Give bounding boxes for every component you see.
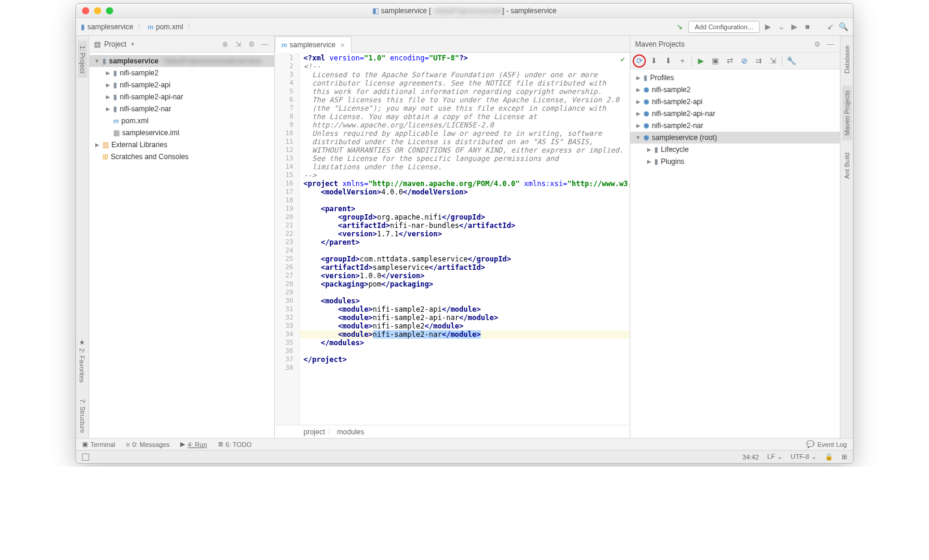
run-maven-icon[interactable]: ▶ <box>694 54 708 68</box>
reimport-icon[interactable]: ⟳ <box>633 54 646 68</box>
gutter-tab-project[interactable]: 1: Project <box>78 41 87 78</box>
gutter-tab-database[interactable]: Database <box>842 41 852 78</box>
settings-icon[interactable]: ⚙ <box>247 40 256 48</box>
terminal-button[interactable]: ▣ Terminal <box>82 440 116 448</box>
maven-node[interactable]: ▶▮Lifecycle <box>630 144 840 156</box>
inspection-ok-icon[interactable]: ✔ <box>621 55 625 63</box>
minimize-icon[interactable] <box>94 7 101 14</box>
project-node[interactable]: ▶▮nifi-sample2-api-nar <box>89 91 274 103</box>
maven-node[interactable]: ▶▮Profiles <box>630 72 840 84</box>
maven-node[interactable]: ▶▮Plugins <box>630 156 840 168</box>
messages-button[interactable]: ≡ 0: Messages <box>126 441 170 448</box>
project-node[interactable]: ▶▮nifi-sample2-nar <box>89 103 274 115</box>
maven-node[interactable]: ▶⬢nifi-sample2-api-nar <box>630 108 840 120</box>
project-node[interactable]: ▶▥External Libraries <box>89 139 274 151</box>
skip-tests-icon[interactable]: ⊘ <box>737 54 751 68</box>
line-separator[interactable]: LF ⌄ <box>767 453 782 461</box>
stop-icon[interactable]: ■ <box>803 22 812 32</box>
close-icon[interactable] <box>82 7 89 14</box>
run-config-icon[interactable]: ▣ <box>709 54 722 68</box>
status-icon[interactable] <box>82 454 89 461</box>
add-configuration-button[interactable]: Add Configuration... <box>688 21 760 33</box>
titlebar: ◧ sampleservice [~/IdeaProjects/sample] … <box>76 4 853 18</box>
readonly-icon[interactable]: 🔒 <box>825 453 833 461</box>
add-icon[interactable]: + <box>676 54 689 68</box>
code-editor[interactable]: 1234567891011121314151617181920212223242… <box>275 53 630 425</box>
run-icon[interactable]: ▶ <box>763 22 773 32</box>
todo-button[interactable]: ≣ 6: TODO <box>218 440 252 448</box>
close-tab-icon[interactable]: ✕ <box>340 42 345 48</box>
left-gutter: 1: Project ★ 2: Favorites 7: Structure <box>76 36 89 438</box>
collapse-all-icon[interactable]: ⇲ <box>766 54 779 68</box>
maven-node[interactable]: ▶⬢nifi-sample2-api <box>630 96 840 108</box>
gutter-tab-structure[interactable]: 7: Structure <box>78 394 87 438</box>
project-node[interactable]: ▼▮sampleservice ~/IdeaProjects/sampleser… <box>89 55 274 67</box>
show-deps-icon[interactable]: ⇉ <box>752 54 765 68</box>
event-log-button[interactable]: 💬 Event Log <box>806 440 847 448</box>
maven-pane: Maven Projects ⚙ — ⟳ ⬇ ⬇ + ▶ ▣ ⇄ ⊘ ⇉ ⇲ 🔧 <box>630 36 840 438</box>
encoding[interactable]: UTF-8 ⌄ <box>791 453 816 461</box>
project-node[interactable]: ⊞Scratches and Consoles <box>89 151 274 163</box>
navigation-bar: ▮sampleservice 〉 m pom.xml 〉 ↘ Add Confi… <box>76 18 853 36</box>
editor-breadcrumb[interactable]: project〉modules <box>275 425 630 438</box>
maven-node[interactable]: ▶⬢nifi-sample2-nar <box>630 120 840 132</box>
run-button[interactable]: ▶ 4: Run <box>180 440 207 448</box>
editor-area: msampleservice✕ 123456789101112131415161… <box>275 36 630 438</box>
project-node[interactable]: ▶▮nifi-sample2 <box>89 67 274 79</box>
update-icon[interactable]: ↙ <box>825 22 835 32</box>
project-pane: ▤Project▼ ⊕ ⇲ ⚙ — ▼▮sampleservice ~/Idea… <box>89 36 275 438</box>
build-icon[interactable]: ↘ <box>675 22 685 32</box>
coverage-icon[interactable]: ▶ <box>790 22 799 32</box>
maven-node[interactable]: ▶⬢nifi-sample2 <box>630 84 840 96</box>
memory-icon[interactable]: ⊞ <box>842 453 847 461</box>
maven-node[interactable]: ▼⬢sampleservice (root) <box>630 132 840 144</box>
toggle-offline-icon[interactable]: ⇄ <box>723 54 736 68</box>
project-node[interactable]: mpom.xml <box>89 115 274 127</box>
editor-tab[interactable]: msampleservice✕ <box>275 36 351 53</box>
download-icon[interactable]: ⬇ <box>661 54 675 68</box>
search-icon[interactable]: 🔍 <box>839 22 848 32</box>
maven-hide-icon[interactable]: — <box>825 40 835 48</box>
collapse-icon[interactable]: ⇲ <box>233 40 243 48</box>
gutter-tab-maven[interactable]: Maven Projects <box>842 86 852 141</box>
window-title: ◧ sampleservice [~/IdeaProjects/sample] … <box>76 7 853 15</box>
status-bar: 34:42 LF ⌄ UTF-8 ⌄ 🔒 ⊞ <box>76 450 853 463</box>
maven-header: Maven Projects <box>635 40 685 48</box>
project-header[interactable]: Project <box>104 40 126 48</box>
target-icon[interactable]: ⊕ <box>220 40 230 48</box>
tool-window-bar: ▣ Terminal ≡ 0: Messages ▶ 4: Run ≣ 6: T… <box>76 438 853 450</box>
hide-icon[interactable]: — <box>260 40 269 48</box>
right-gutter: Database Maven Projects Ant Build <box>840 36 853 438</box>
project-node[interactable]: ▶▮nifi-sample2-api <box>89 79 274 91</box>
maven-wrench-icon[interactable]: 🔧 <box>785 54 798 68</box>
generate-sources-icon[interactable]: ⬇ <box>647 54 660 68</box>
debug-icon[interactable]: ⌄ <box>776 22 786 32</box>
breadcrumbs[interactable]: ▮sampleservice 〉 m pom.xml 〉 <box>81 22 195 32</box>
gutter-tab-ant[interactable]: Ant Build <box>842 148 852 184</box>
gutter-tab-favorites[interactable]: ★ 2: Favorites <box>77 334 87 388</box>
maven-settings-icon[interactable]: ⚙ <box>812 40 822 48</box>
project-node[interactable]: ▦sampleservice.iml <box>89 127 274 139</box>
maximize-icon[interactable] <box>106 7 113 14</box>
cursor-position[interactable]: 34:42 <box>742 454 759 461</box>
